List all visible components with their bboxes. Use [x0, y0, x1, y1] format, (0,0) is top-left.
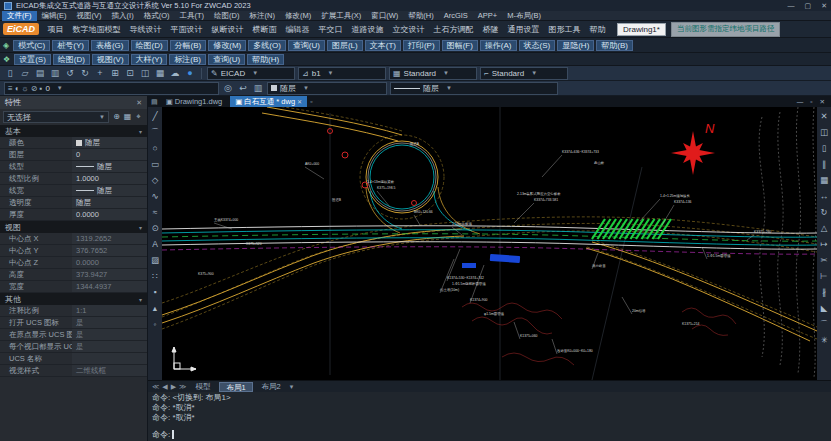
polygon-icon[interactable]: ◇	[152, 173, 159, 188]
layout-tab-模型[interactable]: 模型	[189, 382, 216, 392]
make-object-layer-current-icon[interactable]: ◎	[222, 82, 234, 95]
palette-section-header[interactable]: 视图▾	[0, 221, 147, 233]
section-collapse-icon[interactable]: ▾	[139, 296, 142, 303]
menu-item[interactable]: 格式(O)	[139, 11, 175, 21]
undo-icon[interactable]: ↺	[64, 67, 76, 80]
menu-item[interactable]: M-布局(B)	[502, 11, 546, 21]
donut-icon[interactable]: ⊙	[151, 221, 158, 236]
property-value[interactable]: 是	[72, 341, 147, 352]
layer-lock-icon[interactable]: ⊘	[31, 84, 38, 93]
break-icon[interactable]: ∦	[822, 285, 826, 300]
eicad-menu-item[interactable]: 项目	[43, 24, 68, 35]
toolbar-tab[interactable]: 文本(T)	[365, 40, 401, 51]
rectangle-icon[interactable]: ▭	[151, 157, 159, 172]
prev-layout-icon[interactable]: ◀	[162, 383, 167, 391]
text-icon[interactable]: A	[152, 237, 158, 252]
eicad-menu-item[interactable]: 帮助	[585, 24, 610, 35]
menu-item[interactable]: 帮助(H)	[403, 11, 438, 21]
text-style-select[interactable]: ✎ EICAD ▼	[207, 67, 295, 80]
menu-item[interactable]: 工具(T)	[175, 11, 210, 21]
property-value[interactable]: 二维线框	[72, 365, 147, 376]
toolbar-tab[interactable]: 模式(C)	[13, 40, 50, 51]
zoom-window-icon[interactable]: ⊞	[109, 67, 121, 80]
drawing-canvas[interactable]: K3374+636~K3374+733盘山桥2-13m装配式预应力空心板桥K33…	[162, 107, 817, 380]
document-tab[interactable]: ▣白石互通* dwg✕	[230, 96, 307, 107]
save-icon[interactable]: ▤	[34, 67, 46, 80]
new-file-icon[interactable]: ▯	[4, 67, 16, 80]
toolbar-tab[interactable]: 图层(L)	[327, 40, 363, 51]
menu-item[interactable]: 标注(N)	[245, 11, 280, 21]
palette-section-header[interactable]: 其他▾	[0, 293, 147, 305]
doc-restore-icon[interactable]: ▫	[810, 98, 812, 106]
erase-icon[interactable]: ✕	[820, 109, 827, 124]
region-icon[interactable]: ◦	[153, 317, 156, 332]
layer-freeze-icon[interactable]: ☼	[22, 84, 29, 93]
next-layout-icon[interactable]: ▶	[171, 383, 176, 391]
render-icon[interactable]: ●	[184, 67, 196, 80]
point-icon[interactable]: ∷	[152, 269, 157, 284]
doc-close-icon[interactable]: ✕	[820, 98, 825, 106]
toolbar-tab[interactable]: 操作(A)	[480, 40, 517, 51]
menu-item[interactable]: 插入(I)	[107, 11, 139, 21]
toolbar-tab[interactable]: 帮助(H)	[247, 54, 284, 65]
polyline-icon[interactable]: ∿	[151, 189, 158, 204]
property-value[interactable]: 随层	[72, 137, 147, 148]
toolbar-tab[interactable]: 表格(G)	[91, 40, 129, 51]
eicad-menu-item[interactable]: 平交口	[314, 24, 347, 35]
property-value[interactable]: 是	[72, 317, 147, 328]
named-views-icon[interactable]: ▦	[154, 67, 166, 80]
property-value[interactable]: 1:1	[72, 305, 147, 316]
toolbar-tab[interactable]: 设置(S)	[14, 54, 51, 65]
layer-properties-icon[interactable]: ▥	[252, 82, 264, 95]
layer-select[interactable]: ≡◐☼⊘▪ 0 ▼	[4, 82, 219, 95]
property-value[interactable]: 随层	[72, 185, 147, 196]
property-value[interactable]	[72, 353, 147, 364]
move-icon[interactable]: ↔	[820, 189, 829, 204]
arc-icon[interactable]: ⌒	[151, 125, 160, 140]
select-objects-icon[interactable]: ▦	[122, 112, 133, 122]
menu-item[interactable]: 扩展工具(X)	[316, 11, 366, 21]
menu-item[interactable]: 窗口(W)	[366, 11, 403, 21]
close-button[interactable]: ✕	[821, 2, 827, 10]
minimize-button[interactable]: —	[788, 2, 795, 10]
block-icon[interactable]: ▪	[153, 285, 156, 300]
toggle-pickadd-icon[interactable]: ⊕	[111, 112, 122, 122]
doc-menu-icon[interactable]: ▤	[151, 98, 158, 106]
property-value[interactable]: 0.0000	[72, 257, 147, 268]
redo-icon[interactable]: ↻	[79, 67, 91, 80]
toolbar-tab[interactable]: 帮助(B)	[596, 40, 633, 51]
command-input[interactable]: 命令:	[152, 429, 827, 440]
toolbar-tab[interactable]: 显隐(H)	[557, 40, 594, 51]
open-file-icon[interactable]: ▱	[19, 67, 31, 80]
menu-item[interactable]: ArcGIS	[439, 11, 473, 21]
property-value[interactable]: 1.0000	[72, 173, 147, 184]
eicad-menu-item[interactable]: 导线设计	[125, 24, 166, 35]
color-select[interactable]: 随层 ▼	[267, 82, 387, 95]
extend-icon[interactable]: ⊢	[820, 269, 827, 284]
toolbar-tab[interactable]: 分幅(B)	[170, 40, 207, 51]
property-value[interactable]: 1319.2652	[72, 233, 147, 244]
toolbar-tab[interactable]: 图幅(F)	[442, 40, 478, 51]
property-value[interactable]: 随层	[72, 161, 147, 172]
layer-on-icon[interactable]: ◐	[15, 84, 20, 93]
section-collapse-icon[interactable]: ▾	[139, 224, 142, 231]
eicad-menu-item[interactable]: 编辑器	[281, 24, 314, 35]
quick-select-icon[interactable]: ⌖	[133, 112, 144, 122]
linetype-select[interactable]: 随层 ▼	[390, 82, 558, 95]
eicad-menu-item[interactable]: 数字地面模型	[68, 24, 125, 35]
menu-item[interactable]: 绘图(D)	[209, 11, 244, 21]
command-window[interactable]: 命令: <切换到: 布局1>命令: *取消*命令: *取消*命令:	[148, 392, 831, 441]
doc-minimize-icon[interactable]: —	[797, 98, 804, 106]
plot-icon[interactable]: ▥	[49, 67, 61, 80]
toolbar-tab[interactable]: 大样(Y)	[131, 54, 168, 65]
chamfer-icon[interactable]: ◣	[821, 301, 828, 316]
property-value[interactable]: 0	[72, 149, 147, 160]
palette-section-header[interactable]: 基本▾	[0, 125, 147, 137]
menu-item[interactable]: 编辑(E)	[37, 11, 72, 21]
eicad-menu-item[interactable]: 土石方调配	[429, 24, 478, 35]
mirror-icon[interactable]: ▯	[822, 141, 827, 156]
toolbar-tab[interactable]: 绘图(D)	[131, 40, 168, 51]
layout-tab-布局2[interactable]: 布局2	[256, 382, 287, 392]
menu-item[interactable]: APP+	[473, 11, 502, 21]
eicad-menu-item[interactable]: 横断面	[248, 24, 281, 35]
